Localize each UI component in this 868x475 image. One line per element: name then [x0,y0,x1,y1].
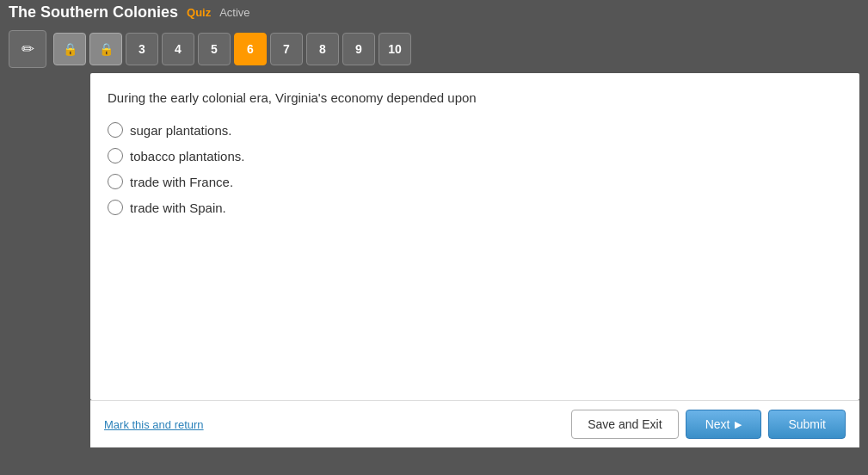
question-text: During the early colonial era, Virginia'… [108,90,842,105]
save-exit-button[interactable]: Save and Exit [571,410,678,439]
radio-b[interactable] [108,148,123,163]
radio-c[interactable] [108,174,123,189]
option-row-a[interactable]: sugar plantations. [108,122,842,138]
page-button-8[interactable]: 8 [306,33,339,65]
option-label-b: tobacco plantations. [130,149,244,163]
option-row-c[interactable]: trade with France. [108,174,842,189]
page-button-10[interactable]: 10 [379,33,411,65]
question-content-area: During the early colonial era, Virginia'… [90,73,859,400]
page-button-6[interactable]: 6 [234,33,267,65]
quiz-label: Quiz [187,6,211,19]
submit-button[interactable]: Submit [768,410,846,439]
page-button-4[interactable]: 4 [162,33,194,65]
page-button-5[interactable]: 5 [198,33,231,65]
radio-a[interactable] [108,122,123,138]
navigation-row: ✏ 🔒🔒345678910 [0,25,868,73]
bottom-bar: Mark this and return Save and Exit Next … [90,400,859,447]
option-label-a: sugar plantations. [130,123,231,138]
page-button-7[interactable]: 7 [270,33,303,65]
page-button-1[interactable]: 🔒 [53,33,86,65]
page-button-3[interactable]: 3 [126,33,158,65]
radio-d[interactable] [108,200,123,215]
next-button[interactable]: Next [686,410,762,439]
option-label-d: trade with Spain. [130,200,226,215]
bottom-buttons-group: Save and Exit Next Submit [571,410,846,439]
option-row-d[interactable]: trade with Spain. [108,200,842,215]
page-button-2[interactable]: 🔒 [89,33,122,65]
mark-return-button[interactable]: Mark this and return [104,418,204,431]
page-button-9[interactable]: 9 [342,33,375,65]
active-label: Active [219,6,249,19]
option-row-b[interactable]: tobacco plantations. [108,148,842,163]
page-title: The Southern Colonies [9,3,178,22]
option-label-c: trade with France. [130,175,233,189]
pencil-button[interactable]: ✏ [9,30,46,68]
